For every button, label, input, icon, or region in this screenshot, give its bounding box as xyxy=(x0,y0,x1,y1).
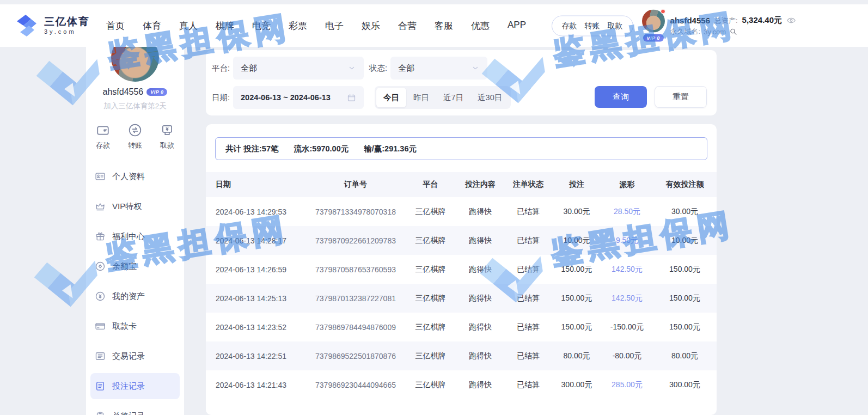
nav-item-10[interactable]: 客服 xyxy=(435,20,453,32)
quick-range-4[interactable]: 近30日 xyxy=(470,88,509,107)
quick-range-2[interactable]: 昨日 xyxy=(406,88,436,107)
bet-amount-cell: 150.00元 xyxy=(552,322,601,332)
col-header-3: 平台 xyxy=(405,180,456,190)
vip-badge: VIP 0 xyxy=(643,34,664,42)
sidebar-item-8[interactable]: 投注记录 xyxy=(90,373,180,399)
sidebar-item-4[interactable]: 余额宝 xyxy=(90,253,180,279)
valid-amount-cell: 30.00元 xyxy=(653,207,717,217)
quick-action-transfer[interactable]: 转账 xyxy=(128,123,142,150)
platform-cell: 三亿棋牌 xyxy=(405,351,456,361)
withdraw-icon xyxy=(160,123,174,137)
date-range-field[interactable]: 2024-06-13 ~ 2024-06-13 xyxy=(233,86,364,109)
sidebar-item-2[interactable]: VIP特权 xyxy=(90,193,180,219)
nav-item-1[interactable]: 首页 xyxy=(106,20,125,32)
nav-item-8[interactable]: 娱乐 xyxy=(362,20,380,32)
quick-range-3[interactable]: 近7日 xyxy=(436,88,470,107)
crown-icon xyxy=(95,201,106,212)
table-row: 2024-06-13 14:21:437379869230444094665三亿… xyxy=(206,370,717,399)
transfer-icon xyxy=(128,123,142,137)
table-row: 2024-06-13 14:22:517379869522501870876三亿… xyxy=(206,341,717,370)
wallet-actions-pill: 存款转账取款 xyxy=(552,15,633,36)
assets-icon xyxy=(95,291,106,302)
id-card-icon xyxy=(95,171,106,182)
quick-action-withdraw[interactable]: 取款 xyxy=(160,123,174,150)
reset-button[interactable]: 重置 xyxy=(655,86,707,108)
filter-card: 平台: 全部 状态: 全部 日期: 2024-06-13 ~ 2024-06-1… xyxy=(206,50,717,115)
sidebar-menu: 个人资料VIP特权福利中心余额宝我的资产取款卡交易记录投注记录兑奖记录 xyxy=(86,163,184,415)
nav-item-11[interactable]: 优惠 xyxy=(471,20,490,32)
col-header-6: 投注 xyxy=(552,180,601,190)
eye-icon[interactable] xyxy=(786,15,796,25)
wallet-action-1[interactable]: 存款 xyxy=(562,21,577,30)
gift-icon xyxy=(95,231,106,242)
summary-turnover: 流水:5970.00元 xyxy=(294,144,349,154)
nav-item-12[interactable]: APP xyxy=(508,20,526,32)
prize-record-icon xyxy=(95,411,106,415)
order-no-cell: 7379870922661209783 xyxy=(307,236,405,245)
sidebar-item-label: 余额宝 xyxy=(112,261,137,272)
wallet-action-2[interactable]: 转账 xyxy=(585,21,600,30)
search-icon[interactable] xyxy=(729,27,737,35)
table-row: 2024-06-13 14:29:537379871334978070318三亿… xyxy=(206,197,717,226)
bet-content-cell: 跑得快 xyxy=(456,322,504,332)
search-button[interactable]: 查询 xyxy=(595,86,647,108)
col-header-7: 派彩 xyxy=(601,180,653,190)
sidebar-username: ahsfd4556 xyxy=(103,87,144,97)
platform-cell: 三亿棋牌 xyxy=(405,236,456,246)
bet-records-card: 共计 投注:57笔 流水:5970.00元 输/赢:291.36元 日期订单号平… xyxy=(206,124,717,415)
domain-label: 永久域名: xyxy=(670,27,701,36)
date-cell: 2024-06-13 14:29:53 xyxy=(206,207,307,216)
wallet-action-3[interactable]: 取款 xyxy=(608,21,623,30)
platform-cell: 三亿棋牌 xyxy=(405,294,456,303)
nav-item-3[interactable]: 真人 xyxy=(179,20,198,32)
status-value: 全部 xyxy=(398,63,414,74)
nav-item-6[interactable]: 彩票 xyxy=(289,20,307,32)
bet-amount-cell: 30.00元 xyxy=(552,207,601,217)
summary-winloss: 输/赢:291.36元 xyxy=(364,144,417,154)
assets-value: 5,324.40元 xyxy=(742,15,782,26)
sidebar-item-3[interactable]: 福利中心 xyxy=(90,223,180,249)
sidebar-item-label: 取款卡 xyxy=(112,321,137,332)
join-days-text: 加入三亿体育第2天 xyxy=(86,101,184,111)
status-cell: 已结算 xyxy=(504,294,552,303)
platform-cell: 三亿棋牌 xyxy=(405,380,456,390)
quick-range-1[interactable]: 今日 xyxy=(376,88,406,107)
avatar[interactable] xyxy=(642,10,665,33)
bank-card-icon xyxy=(95,321,106,332)
platform-select[interactable]: 全部 xyxy=(233,57,364,80)
sidebar-item-9[interactable]: 兑奖记录 xyxy=(90,403,180,415)
sidebar-item-label: 我的资产 xyxy=(112,291,145,302)
order-no-cell: 7379869230444094665 xyxy=(307,381,405,389)
nav-item-5[interactable]: 电竞 xyxy=(252,20,271,32)
topbar-right: 存款转账取款 VIP 0 ahsfd4556 总资产: 5,324.40元 xyxy=(552,10,796,42)
sidebar-item-1[interactable]: 个人资料 xyxy=(90,163,180,190)
brand-logo[interactable]: 三亿体育 3y.com xyxy=(14,13,90,38)
sidebar-item-6[interactable]: 取款卡 xyxy=(90,313,180,339)
bet-content-cell: 跑得快 xyxy=(456,380,504,390)
bet-amount-cell: 150.00元 xyxy=(552,265,601,274)
quick-action-label: 取款 xyxy=(160,141,174,150)
quick-action-wallet[interactable]: 存款 xyxy=(96,123,110,150)
sidebar-item-7[interactable]: 交易记录 xyxy=(90,343,180,369)
nav-item-4[interactable]: 棋牌 xyxy=(216,20,234,32)
valid-amount-cell: 300.00元 xyxy=(653,380,717,390)
valid-amount-cell: 150.00元 xyxy=(653,322,717,332)
sidebar-item-label: VIP特权 xyxy=(112,202,142,212)
nav-item-9[interactable]: 合营 xyxy=(398,20,417,32)
date-label: 日期: xyxy=(212,86,230,109)
status-cell: 已结算 xyxy=(504,265,552,274)
summary-bar: 共计 投注:57笔 流水:5970.00元 输/赢:291.36元 xyxy=(215,137,707,160)
status-cell: 已结算 xyxy=(504,322,552,332)
col-header-1: 日期 xyxy=(206,180,307,190)
sidebar-item-5[interactable]: 我的资产 xyxy=(90,283,180,309)
col-header-5: 注单状态 xyxy=(504,180,552,190)
order-no-cell: 7379869522501870876 xyxy=(307,352,405,361)
status-select[interactable]: 全部 xyxy=(390,57,487,80)
date-cell: 2024-06-13 14:22:51 xyxy=(206,352,307,361)
sidebar-item-label: 个人资料 xyxy=(112,172,145,182)
platform-cell: 三亿棋牌 xyxy=(405,207,456,217)
nav-item-2[interactable]: 体育 xyxy=(143,20,161,32)
table-body: 2024-06-13 14:29:537379871334978070318三亿… xyxy=(206,197,717,399)
status-cell: 已结算 xyxy=(504,380,552,390)
nav-item-7[interactable]: 电子 xyxy=(325,20,344,32)
